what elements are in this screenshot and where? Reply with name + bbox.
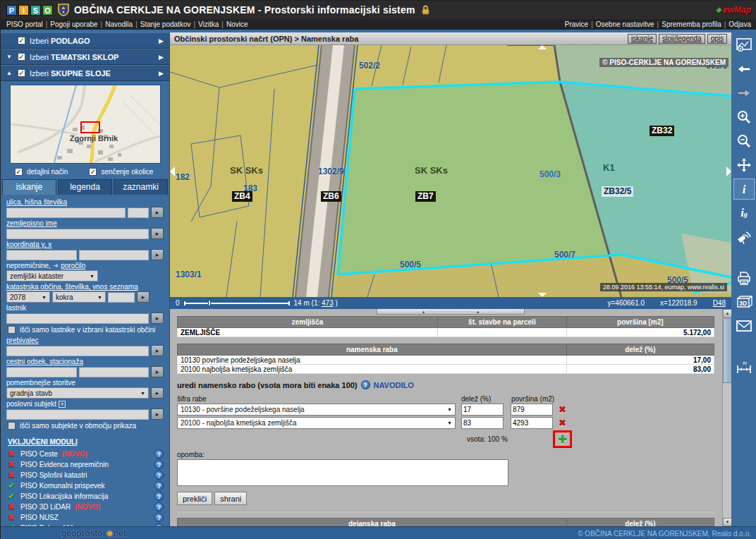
povrsina-input[interactable]	[511, 417, 553, 429]
checkbox-sencenje-okolice[interactable]: ✓	[89, 168, 97, 176]
tab-legenda[interactable]: legenda	[58, 179, 112, 195]
chevron-right-icon[interactable]: ▶	[159, 70, 164, 77]
zemljepisno-search-button[interactable]: ▸	[151, 228, 164, 239]
scale-value-link[interactable]: 473	[322, 299, 334, 307]
ko-search-button[interactable]: ▸	[137, 291, 150, 303]
sidebar-collapse-handle[interactable]	[170, 166, 175, 176]
help-icon[interactable]: ?	[361, 380, 370, 389]
chevron-down-icon[interactable]: ▼	[6, 54, 13, 60]
checkbox-podlago[interactable]: ✓	[18, 37, 25, 44]
zoom-out-button[interactable]	[734, 131, 754, 151]
navodilo-link[interactable]: NAVODILO	[374, 381, 414, 389]
menu-link[interactable]: Pravice	[565, 20, 588, 28]
view-button-opis[interactable]: opis	[707, 34, 727, 44]
module-help-icon[interactable]: ?	[154, 471, 164, 480]
modules-title[interactable]: VKLJUČENI MODULI	[8, 438, 164, 446]
zemljepisno-label[interactable]: zemljepisno ime	[6, 219, 57, 228]
opomba-textarea[interactable]	[177, 459, 508, 486]
delez-input[interactable]	[461, 404, 504, 416]
prebivalec-label[interactable]: prebivalec	[6, 337, 39, 345]
overview-extent-button[interactable]	[734, 35, 754, 55]
module-help-icon[interactable]: ?	[154, 481, 164, 490]
cestni-search-button[interactable]: ▸	[151, 366, 164, 377]
panel-scrollbar[interactable]: ▲ ▼	[722, 309, 731, 526]
menu-link[interactable]: PISO portal	[6, 20, 43, 28]
checkbox-lastniki-ko[interactable]	[8, 326, 16, 334]
zoom-in-button[interactable]	[734, 107, 754, 127]
delez-input[interactable]	[461, 417, 504, 429]
storitve-select[interactable]: gradnja stavb▼	[6, 387, 149, 399]
toolbar-collapse-handle[interactable]	[726, 166, 731, 176]
gps-button[interactable]	[734, 227, 754, 247]
piso-logo[interactable]: PISO	[6, 5, 53, 16]
menu-link[interactable]: Sprememba profila	[662, 20, 721, 28]
forward-button[interactable]	[734, 83, 754, 103]
storitve-search-button[interactable]: ▸	[151, 387, 164, 399]
print-button[interactable]	[734, 268, 754, 288]
panel-splitter[interactable]: ▲···················▲	[377, 309, 525, 315]
identify-button[interactable]: i	[734, 179, 754, 199]
scroll-up-button[interactable]: ▲	[723, 309, 731, 317]
menu-link[interactable]: Pogoji uporabe	[50, 20, 97, 28]
scale-slider[interactable]	[184, 300, 290, 306]
subjekt-search-button[interactable]: ▸	[151, 408, 164, 420]
nepremicnine-select[interactable]: zemljiški kataster▼	[6, 270, 98, 281]
cestni-odsek-label[interactable]: cestni odsek, stacionaža	[6, 358, 83, 366]
pan-button[interactable]	[734, 155, 754, 175]
back-button[interactable]	[734, 59, 754, 79]
porocilo-link[interactable]: poročilo	[61, 262, 85, 270]
cancel-button[interactable]: prekliči	[177, 492, 212, 505]
delete-row-icon[interactable]: ✖	[559, 418, 566, 428]
ko-number-select[interactable]: 2078▼	[6, 291, 50, 303]
koordinata-search-button[interactable]: ▸	[151, 249, 164, 260]
tab-iskanje[interactable]: iskanje	[2, 179, 56, 195]
overview-minimap[interactable]: Zgornji Brnik	[10, 85, 161, 164]
map-viewport[interactable]: 502/2501/11821831302/91303/1500/3500/550…	[170, 45, 731, 297]
module-help-icon[interactable]: ?	[154, 492, 164, 501]
module-help-icon[interactable]: ?	[154, 513, 164, 522]
poslovni-subjekt-input[interactable]	[6, 409, 149, 420]
ulica-input[interactable]	[6, 207, 126, 218]
geoprostor-logo[interactable]: geoprostor✹net	[61, 528, 126, 538]
checkbox-skupne-sloje[interactable]: ✓	[18, 69, 25, 77]
katastrska-obcina-label[interactable]: katastrska občina, številka, vnos seznam…	[6, 283, 138, 291]
lastnik-input[interactable]	[6, 313, 149, 324]
checkbox-subjekti-obmocje[interactable]	[8, 422, 16, 430]
identify-group-button[interactable]: ig	[734, 203, 754, 223]
3d-view-button[interactable]: 3D	[734, 292, 754, 312]
scale-slider-handle[interactable]	[208, 300, 211, 306]
view-button-sloji-legenda[interactable]: sloji/legenda	[659, 34, 705, 44]
view-button-iskanje[interactable]: iskanje	[628, 34, 657, 44]
measure-button[interactable]: m	[734, 357, 754, 377]
sidebar-section-skupne-sloje[interactable]: ▲ ✓ Izberi SKUPNE SLOJE ▶	[1, 65, 169, 81]
module-help-icon[interactable]: ?	[154, 502, 164, 511]
menu-link[interactable]: Stanje podatkov	[140, 20, 191, 28]
mail-button[interactable]	[734, 316, 754, 336]
sifra-rabe-select[interactable]: 20100 - najboljša kmetijska zemljišča▼	[177, 417, 456, 429]
chevron-right-icon[interactable]: ▶	[159, 37, 164, 44]
menu-link[interactable]: Novice	[226, 20, 248, 28]
sidebar-section-tematski-sklop[interactable]: ▼ ✓ Izberi TEMATSKI SKLOP ▶	[1, 49, 169, 65]
cestni-odsek-input[interactable]	[6, 367, 77, 377]
ulica-search-button[interactable]: ▸	[151, 207, 164, 218]
koordinata-x-input[interactable]	[79, 250, 150, 260]
prebivalec-search-button[interactable]: ▸	[151, 345, 164, 356]
hisna-stevilka-input[interactable]	[128, 207, 149, 218]
expand-plus-icon[interactable]: +	[59, 401, 66, 408]
chevron-right-icon[interactable]: ▶	[159, 54, 164, 61]
tab-zaznamki[interactable]: zaznamki	[114, 179, 168, 195]
ulica-label[interactable]: ulica, hišna številka	[6, 198, 67, 207]
menu-link[interactable]: Odjava	[728, 20, 751, 28]
ko-name-select[interactable]: kokra▼	[52, 291, 106, 303]
map-collapse-top-handle[interactable]	[538, 45, 547, 49]
povrsina-input[interactable]	[511, 404, 553, 416]
scrollbar-thumb[interactable]	[723, 318, 731, 383]
sifra-rabe-select[interactable]: 10130 - površine podeželjskega naselja▼	[177, 404, 456, 416]
module-help-icon[interactable]: ?	[154, 449, 164, 459]
zemljepisno-input[interactable]	[6, 229, 149, 239]
add-row-button[interactable]: ✚	[558, 434, 567, 444]
koordinata-label[interactable]: koordinata y, x	[6, 241, 51, 249]
delete-row-icon[interactable]: ✖	[559, 404, 566, 415]
stacionaza-input[interactable]	[79, 367, 150, 377]
ko-parcel-input[interactable]	[108, 292, 135, 303]
